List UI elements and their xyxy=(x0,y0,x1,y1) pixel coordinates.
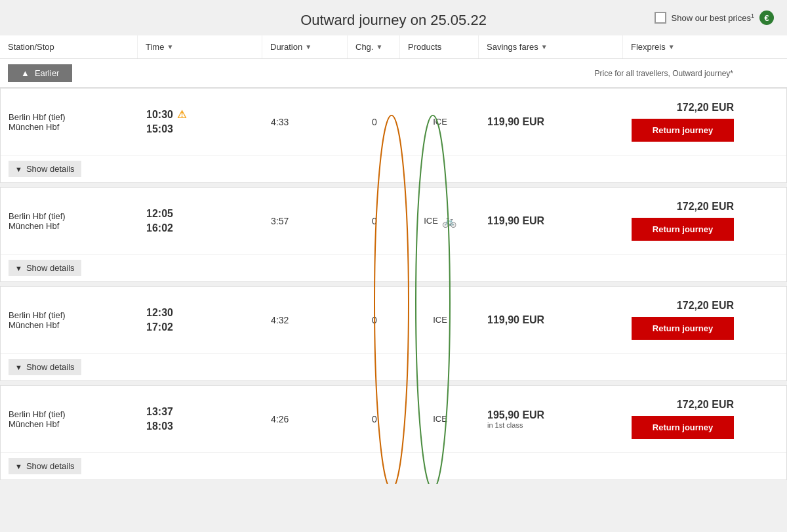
warning-icon-1: ⚠ xyxy=(177,108,186,121)
earlier-row: ▲ Earlier Price for all travellers, Outw… xyxy=(0,59,787,88)
journey-main-1: Berlin Hbf (tief) München Hbf 10:30 ⚠ 15… xyxy=(1,89,786,155)
time-cell-4: 13:37 18:03 xyxy=(138,395,263,443)
savings-sort-icon: ▼ xyxy=(541,43,548,51)
product-cell-3: ICE xyxy=(401,296,479,344)
journey-row: Berlin Hbf (tief) München Hbf 10:30 ⚠ 15… xyxy=(0,88,787,183)
chevron-down-icon-1: ▼ xyxy=(15,165,22,173)
chg-cell-3: 0 xyxy=(348,296,401,344)
earlier-cell: ▲ Earlier xyxy=(0,59,262,87)
time-cell-3: 12:30 17:02 xyxy=(138,296,263,344)
flex-cell-3: 172,20 EUR Return journey xyxy=(624,296,742,344)
chevron-down-icon-4: ▼ xyxy=(15,462,22,470)
arr-time-3: 17:02 xyxy=(146,321,255,333)
station-cell-4: Berlin Hbf (tief) München Hbf xyxy=(1,395,138,443)
product-cell-2: ICE 🚲 xyxy=(401,197,479,245)
duration-cell-3: 4:32 xyxy=(263,296,348,344)
arr-time-1: 15:03 xyxy=(146,123,255,135)
chevron-down-icon-2: ▼ xyxy=(15,264,22,272)
show-details-btn-2[interactable]: ▼ Show details xyxy=(9,260,81,276)
table-header: Station/Stop Time ▼ Duration ▼ Chg. ▼ Pr… xyxy=(0,35,787,59)
savings-cell-4: 195,90 EUR in 1st class xyxy=(479,395,624,443)
earlier-button[interactable]: ▲ Earlier xyxy=(8,64,72,82)
return-journey-btn-1[interactable]: Return journey xyxy=(632,119,734,142)
journey-main-3: Berlin Hbf (tief) München Hbf 12:30 17:0… xyxy=(1,287,786,353)
earlier-chevron-up-icon: ▲ xyxy=(21,68,30,78)
product-cell-1: ICE xyxy=(401,98,479,146)
chg-cell-4: 0 xyxy=(348,395,401,443)
show-details-btn-4[interactable]: ▼ Show details xyxy=(9,458,81,474)
show-details-btn-3[interactable]: ▼ Show details xyxy=(9,359,81,375)
savings-cell-1: 119,90 EUR xyxy=(479,98,624,146)
best-prices-toggle[interactable]: Show our best prices1 € xyxy=(655,10,774,25)
col-changes[interactable]: Chg. ▼ xyxy=(348,35,400,58)
journey-rows-container: Berlin Hbf (tief) München Hbf 10:30 ⚠ 15… xyxy=(0,88,787,480)
duration-sort-icon: ▼ xyxy=(305,43,312,51)
col-savings[interactable]: Savings fares ▼ xyxy=(479,35,623,58)
return-journey-btn-4[interactable]: Return journey xyxy=(632,416,734,439)
col-station: Station/Stop xyxy=(0,35,138,58)
product-cell-4: ICE xyxy=(401,395,479,443)
journey-main-2: Berlin Hbf (tief) München Hbf 12:05 16:0… xyxy=(1,188,786,254)
dep-time-3: 12:30 xyxy=(146,307,255,319)
price-note: Price for all travellers, Outward journe… xyxy=(348,59,741,87)
best-prices-euro-badge: € xyxy=(759,10,774,25)
col-products: Products xyxy=(400,35,479,58)
journey-details-3: ▼ Show details xyxy=(1,353,786,380)
col-duration[interactable]: Duration ▼ xyxy=(262,35,348,58)
col-flexpreis[interactable]: Flexpreis ▼ xyxy=(623,35,741,58)
page-wrapper: Outward journey on 25.05.22 Show our bes… xyxy=(0,0,787,480)
col-time[interactable]: Time ▼ xyxy=(138,35,262,58)
time-sort-icon: ▼ xyxy=(167,43,173,51)
journey-details-1: ▼ Show details xyxy=(1,155,786,182)
journey-row-3: Berlin Hbf (tief) München Hbf 12:30 17:0… xyxy=(0,286,787,381)
flex-cell-1: 172,20 EUR Return journey xyxy=(624,98,742,146)
chevron-down-icon-3: ▼ xyxy=(15,363,22,371)
duration-cell-1: 4:33 xyxy=(263,98,348,146)
empty-cell-1 xyxy=(262,59,348,87)
time-cell-1: 10:30 ⚠ 15:03 xyxy=(138,98,263,146)
dep-time-4: 13:37 xyxy=(146,406,255,418)
station-cell-1: Berlin Hbf (tief) München Hbf xyxy=(1,98,138,146)
duration-cell-4: 4:26 xyxy=(263,395,348,443)
flex-cell-4: 172,20 EUR Return journey xyxy=(624,395,742,443)
dep-time-1: 10:30 ⚠ xyxy=(146,108,255,121)
page-header: Outward journey on 25.05.22 Show our bes… xyxy=(0,0,787,35)
show-details-btn-1[interactable]: ▼ Show details xyxy=(9,161,81,177)
chg-cell-1: 0 xyxy=(348,98,401,146)
journey-row-2: Berlin Hbf (tief) München Hbf 12:05 16:0… xyxy=(0,187,787,282)
return-journey-btn-2[interactable]: Return journey xyxy=(632,218,734,241)
duration-cell-2: 3:57 xyxy=(263,197,348,245)
station-cell-3: Berlin Hbf (tief) München Hbf xyxy=(1,296,138,344)
arr-time-4: 18:03 xyxy=(146,420,255,432)
savings-cell-3: 119,90 EUR xyxy=(479,296,624,344)
arr-time-2: 16:02 xyxy=(146,222,255,234)
chg-cell-2: 0 xyxy=(348,197,401,245)
time-cell-2: 12:05 16:02 xyxy=(138,197,263,245)
flex-cell-2: 172,20 EUR Return journey xyxy=(624,197,742,245)
chg-sort-icon: ▼ xyxy=(376,43,382,51)
best-prices-label: Show our best prices1 xyxy=(672,12,754,23)
flex-sort-icon: ▼ xyxy=(668,43,675,51)
best-prices-checkbox[interactable] xyxy=(655,12,666,24)
dep-time-2: 12:05 xyxy=(146,208,255,220)
journey-main-4: Berlin Hbf (tief) München Hbf 13:37 18:0… xyxy=(1,386,786,452)
bicycle-icon-2: 🚲 xyxy=(442,214,456,228)
journey-row-4: Berlin Hbf (tief) München Hbf 13:37 18:0… xyxy=(0,385,787,480)
station-cell-2: Berlin Hbf (tief) München Hbf xyxy=(1,197,138,245)
savings-cell-2: 119,90 EUR xyxy=(479,197,624,245)
journey-details-4: ▼ Show details xyxy=(1,452,786,480)
return-journey-btn-3[interactable]: Return journey xyxy=(632,317,734,340)
journey-details-2: ▼ Show details xyxy=(1,254,786,281)
